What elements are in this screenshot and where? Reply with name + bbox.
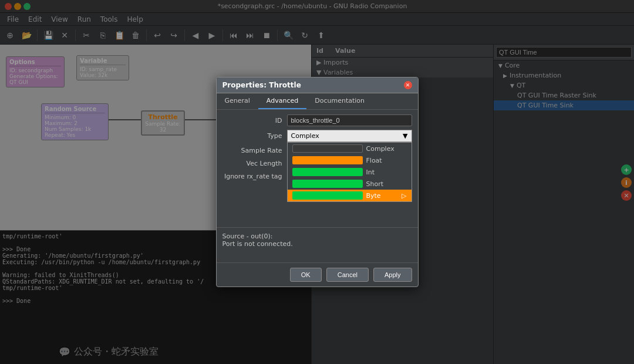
float-swatch [292, 156, 363, 164]
tab-advanced[interactable]: Advanced [258, 93, 306, 109]
type-option-int[interactable]: Int [288, 166, 412, 178]
prop-label-ignore-tag: Ignore rx_rate tag [222, 173, 287, 180]
modal-overlay: Properties: Throttle ✕ General Advanced … [0, 0, 634, 364]
short-label: Short [366, 180, 384, 188]
int-swatch [292, 168, 363, 176]
cancel-button[interactable]: Cancel [326, 268, 369, 282]
source-info-text: Port is not connected. [222, 240, 412, 248]
source-info-title: Source - out(0): [222, 232, 412, 240]
dialog-tabs: General Advanced Documentation [217, 93, 418, 110]
byte-label: Byte [366, 192, 381, 200]
main-layout: Options ID: secondgraph Generate Options… [0, 45, 634, 364]
prop-label-vec-length: Vec Length [222, 160, 287, 167]
type-dropdown-list: Complex Float Int [287, 142, 412, 202]
chevron-down-icon: ▼ [403, 132, 407, 140]
type-option-short[interactable]: Short [288, 178, 412, 190]
prop-input-id[interactable] [287, 114, 412, 126]
type-option-float[interactable]: Float [288, 154, 412, 166]
float-label: Float [366, 157, 382, 164]
cursor-icon: ▷ [402, 192, 406, 200]
prop-label-id: ID [222, 117, 287, 124]
type-current-value: Complex [291, 132, 319, 140]
dialog-title: Properties: Throttle [222, 81, 301, 89]
type-dropdown-btn[interactable]: Complex ▼ [287, 130, 412, 142]
tab-documentation[interactable]: Documentation [306, 93, 373, 109]
dialog-body: ID Type Complex ▼ [217, 110, 418, 227]
prop-label-type: Type [222, 132, 287, 140]
prop-label-sample-rate: Sample Rate [222, 147, 287, 154]
type-dropdown-container: Complex ▼ Complex Float [287, 130, 412, 142]
dialog-footer: OK Cancel Apply [217, 262, 418, 287]
ok-button[interactable]: OK [290, 268, 322, 282]
prop-row-type: Type Complex ▼ Complex [222, 130, 412, 142]
int-label: Int [366, 168, 375, 176]
dialog-close-button[interactable]: ✕ [404, 81, 412, 89]
complex-label: Complex [366, 145, 394, 153]
dialog-titlebar: Properties: Throttle ✕ [217, 77, 418, 93]
tab-general[interactable]: General [217, 93, 258, 109]
apply-button[interactable]: Apply [373, 268, 412, 282]
type-option-byte[interactable]: Byte ▷ [288, 190, 412, 201]
prop-row-id: ID [222, 114, 412, 126]
byte-swatch [292, 191, 363, 200]
source-info: Source - out(0): Port is not connected. [217, 227, 418, 262]
short-swatch [292, 180, 363, 188]
type-option-complex[interactable]: Complex [288, 143, 412, 154]
properties-dialog: Properties: Throttle ✕ General Advanced … [216, 77, 419, 287]
complex-swatch [292, 144, 363, 153]
